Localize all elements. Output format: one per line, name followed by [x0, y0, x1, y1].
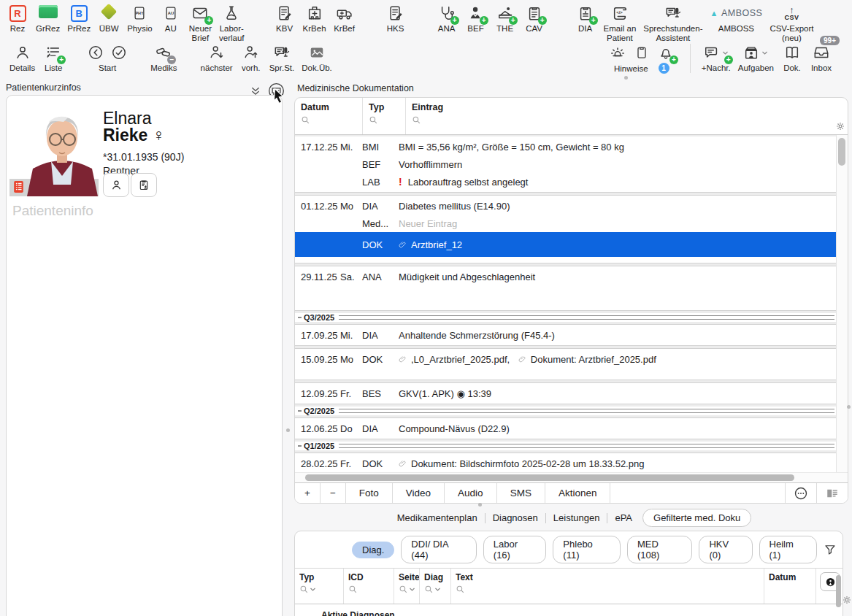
doc-tool-video[interactable]: Video — [393, 483, 445, 503]
patient-info-link[interactable]: Patienteninfo — [12, 203, 93, 219]
toolbar-button-prrez[interactable]: B PrRez — [64, 3, 94, 34]
search-icd-input[interactable] — [348, 585, 358, 594]
doc-row[interactable]: 17.12.25 Mi. BMI BMI = 35,56 kg/m², Größ… — [295, 138, 836, 155]
toolbar-button-au[interactable]: AU AU — [156, 3, 185, 34]
doc-tool-sms[interactable]: SMS — [497, 483, 545, 503]
diagnoses-scrollbar-thumb[interactable] — [836, 575, 841, 607]
doc-row[interactable]: 15.09.25 Mo DOK ,L0_Arztbrief_2025.pdf, … — [295, 350, 836, 368]
toolbar-button-physio[interactable]: PHY Physio — [123, 3, 156, 34]
doc-row[interactable]: 17.09.25 Mi. DIA Anhaltende Schmerzstöru… — [295, 326, 836, 344]
tab-diagnosen[interactable]: Diagnosen — [486, 509, 545, 526]
filter-chip-diag[interactable]: Diag. — [352, 542, 394, 558]
plus-badge: + — [538, 16, 547, 25]
row-text: GKV(1. APK) ◉ 13:39 — [399, 388, 836, 399]
toolbar-button-amboss[interactable]: ▲AMBOSS AMBOSS — [707, 3, 767, 34]
notes-view-button[interactable] — [816, 483, 848, 503]
toolbar-button-+nachr[interactable]: + +Nachr. — [698, 42, 734, 73]
toolbar-button-inbox[interactable]: 99+ Inbox — [807, 42, 836, 73]
search-eintrag-input[interactable] — [412, 115, 421, 125]
doc-group: 28.02.25 Fr. DOK Dokument: Bildschirmfot… — [295, 453, 836, 472]
tab-medikamentenplan[interactable]: Medikamentenplan — [390, 509, 485, 526]
doc-tool-foto[interactable]: Foto — [346, 483, 393, 503]
toolbar-button-rez[interactable]: R Rez — [3, 3, 32, 34]
doc-row[interactable]: DOK Arztbrief_12 — [295, 232, 836, 257]
toolbar-button-liste[interactable]: + Liste — [39, 42, 68, 73]
toolbar-button-dok-ub[interactable]: Dok.Üb. — [298, 42, 336, 73]
toolbar-button-mediks[interactable]: − Mediks — [147, 42, 180, 73]
section-header: Aktive Diagnosen — [295, 604, 843, 616]
tab-epa[interactable]: ePA — [607, 509, 640, 526]
patient-alert-doc-icon[interactable] — [13, 180, 24, 193]
patient-record-button[interactable] — [131, 173, 157, 197]
patient-birthdate: *31.01.1935 (90J) — [103, 151, 184, 163]
toolbar-button-start[interactable]: Start — [84, 42, 131, 73]
filter-chip-ddi-dia-44[interactable]: DDI/ DIA (44) — [401, 536, 476, 563]
doc-row[interactable]: Med... Neuer Eintrag — [295, 215, 836, 232]
toolbar-button-krbeh[interactable]: KrBeh — [299, 3, 330, 34]
horizontal-scrollbar[interactable] — [295, 472, 848, 482]
filter-chip-heilm-1[interactable]: Heilm (1) — [759, 536, 817, 563]
filter-funnel-icon[interactable] — [824, 543, 837, 556]
toolbar-button-dok[interactable]: Dok. — [778, 42, 807, 73]
toolbar-button-spr-st[interactable]: Spr.St. — [266, 42, 299, 73]
search-diag-input[interactable] — [424, 585, 441, 594]
search-typ-input[interactable] — [369, 115, 378, 125]
toolbar-button-nachster[interactable]: nächster — [197, 42, 237, 73]
toolbar-button-sprechstunden-assistent[interactable]: Sprechstunden- Assistent — [640, 3, 706, 43]
splitter-dot[interactable] — [624, 76, 628, 80]
doc-row[interactable]: 28.02.25 Fr. DOK Dokument: Bildschirmfot… — [295, 455, 836, 472]
doc-tool-item[interactable]: − — [321, 483, 346, 503]
tab-gefilterte-med-doku[interactable]: Gefilterte med. Doku — [642, 509, 751, 527]
doc-row[interactable]: 12.09.25 Fr. BES GKV(1. APK) ◉ 13:39 — [295, 385, 836, 402]
diagnoses-table-header: Typ ICD Seite Diag Text Datum — [295, 568, 843, 604]
filter-chip-labor-16[interactable]: Labor (16) — [483, 536, 547, 563]
more-options-button[interactable] — [785, 483, 816, 503]
doc-row[interactable]: LAB !Laborauftrag selbst angelegt — [295, 173, 836, 190]
splitter-dot[interactable] — [286, 428, 290, 432]
doc-row[interactable]: 01.12.25 Mo DIA Diabetes mellitus (E14.9… — [295, 197, 836, 215]
doc-tool-audio[interactable]: Audio — [445, 483, 497, 503]
toolbar-button-krbef[interactable]: KrBef — [330, 3, 359, 34]
toolbar-button-labor-verlauf[interactable]: Labor- verlauf — [215, 3, 248, 43]
plus-badge: + — [589, 16, 598, 25]
search-seite-input[interactable] — [399, 585, 415, 594]
toolbar-button-email-an-patient[interactable]: </> Email an Patient — [600, 3, 640, 43]
doc-tool-aktionen[interactable]: Aktionen — [545, 483, 611, 503]
toolbar-button-the[interactable]: + THE — [491, 3, 520, 34]
toolbar-button-hks[interactable]: HKS — [381, 3, 410, 34]
filter-chip-phlebo-11[interactable]: Phlebo (11) — [553, 536, 621, 563]
patient-details-button[interactable] — [103, 173, 129, 197]
toolbar-button-ana[interactable]: + ANA — [432, 3, 461, 34]
toolbar-group-hinweise[interactable]: + Hinweise 1 — [610, 42, 674, 74]
row-date: 17.09.25 — [295, 330, 340, 341]
table-settings-gear-icon[interactable] — [835, 121, 845, 131]
toolbar-button-neuer-brief[interactable]: + Neuer Brief — [185, 3, 215, 43]
search-typ-input[interactable] — [299, 585, 316, 594]
vertical-scrollbar[interactable] — [836, 135, 848, 472]
doc-tool-+[interactable]: + — [295, 483, 321, 503]
doc-row[interactable]: 12.06.25 Do DIA Compound-Nävus (D22.9) — [295, 420, 836, 437]
doc-row[interactable]: 29.11.25 Sa. ANA Müdigkeit und Abgeschla… — [295, 268, 836, 285]
toolbar-button-aufgaben[interactable]: Aufgaben — [734, 42, 778, 73]
toolbar-button-bef[interactable]: + BEF — [461, 3, 491, 34]
toolbar-button-grrez[interactable]: GrRez — [32, 3, 64, 34]
toolbar-button-kbv[interactable]: KBV — [270, 3, 299, 34]
toolbar-button-dia[interactable]: + DIA — [571, 3, 600, 34]
toolbar-button-cav[interactable]: + CAV — [520, 3, 549, 34]
splitter-dot[interactable] — [478, 503, 482, 507]
search-datum-input[interactable] — [301, 115, 310, 125]
hscrollbar-thumb[interactable] — [305, 474, 794, 481]
filter-chip-hkv-0[interactable]: HKV (0) — [699, 536, 752, 563]
toolbar-button-vorh[interactable]: vorh. — [237, 42, 266, 73]
doc-group: 12.09.25 Fr. BES GKV(1. APK) ◉ 13:39 — [295, 382, 836, 404]
toolbar-button-details[interactable]: Details — [6, 42, 39, 73]
doc-row[interactable]: BEF Vorhofflimmern — [295, 155, 836, 173]
splitter-dot[interactable] — [847, 405, 851, 409]
scrollbar-thumb[interactable] — [838, 138, 845, 166]
toolbar-button-ubw[interactable]: ÜBW — [94, 3, 123, 34]
tab-leistungen[interactable]: Leistungen — [546, 509, 607, 526]
diagnoses-settings-gear-icon[interactable] — [842, 595, 852, 605]
toolbar-button-csv-export-neu[interactable]: ↑CSV CSV-Export (neu) — [766, 3, 817, 43]
filter-chip-med-108[interactable]: MED (108) — [627, 536, 692, 563]
search-text-input[interactable] — [456, 585, 465, 594]
